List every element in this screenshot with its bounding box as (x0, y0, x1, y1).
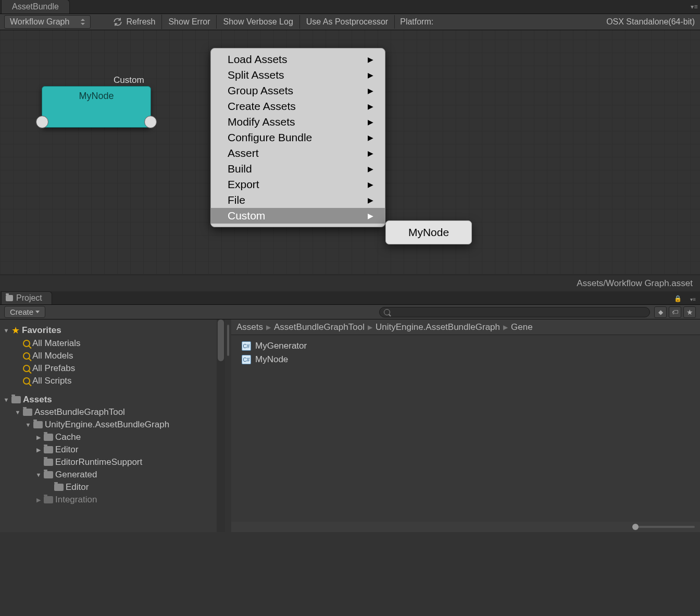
bc-abgt[interactable]: AssetBundleGraphTool (274, 322, 365, 332)
tree-generated-editor[interactable]: Editor (3, 481, 225, 494)
menu-create-assets[interactable]: Create Assets▶ (211, 98, 385, 114)
tree-editor[interactable]: ▶Editor (3, 443, 225, 456)
menu-assert[interactable]: Assert▶ (211, 145, 385, 161)
submenu-arrow-icon: ▶ (368, 196, 373, 204)
slider-thumb[interactable] (632, 524, 639, 530)
tree-favorites[interactable]: ▼★Favorites (3, 324, 225, 337)
folder-icon (23, 409, 32, 416)
lock-icon[interactable]: 🔒 (670, 293, 686, 304)
file-mynode[interactable]: C#MyNode (242, 353, 690, 366)
tree-editorruntime[interactable]: EditorRuntimeSupport (3, 456, 225, 469)
menu-load-assets[interactable]: Load Assets▶ (211, 52, 385, 67)
submenu-arrow-icon: ▶ (368, 165, 373, 173)
submenu-arrow-icon: ▶ (368, 102, 373, 110)
project-body: ▼★Favorites All Materials All Models All… (0, 319, 700, 532)
filter-by-type-button[interactable]: ◆ (654, 306, 667, 318)
star-icon: ★ (686, 308, 693, 316)
file-mygenerator[interactable]: C#MyGenerator (242, 339, 690, 353)
bc-ue-abg[interactable]: UnityEngine.AssetBundleGraph (376, 322, 500, 332)
submenu-arrow-icon: ▶ (368, 149, 373, 157)
scrollbar-thumb[interactable] (218, 319, 224, 361)
create-button[interactable]: Create (4, 306, 45, 318)
panel-options-icon[interactable]: ▾≡ (686, 294, 700, 304)
submenu-arrow-icon: ▶ (368, 55, 373, 64)
tab-project[interactable]: Project (1, 291, 52, 304)
show-error-button[interactable]: Show Error (162, 15, 217, 29)
tree-fav-scripts[interactable]: All Scripts (3, 375, 225, 387)
menu-file[interactable]: File▶ (211, 192, 385, 208)
refresh-button[interactable]: Refresh (106, 15, 162, 29)
tree-scrollbar[interactable] (217, 319, 225, 532)
bc-gen[interactable]: Gene (511, 322, 533, 332)
submenu-arrow-icon: ▶ (368, 212, 373, 220)
tree-integration[interactable]: ▶Integration (3, 494, 225, 506)
folder-icon (44, 496, 53, 503)
context-submenu: MyNode (385, 220, 472, 244)
project-tree: ▼★Favorites All Materials All Models All… (0, 319, 225, 532)
graph-toolbar: Workflow Graph Refresh Show Error Show V… (0, 14, 700, 30)
panel-divider[interactable] (225, 319, 231, 532)
icon-size-slider[interactable] (632, 526, 695, 528)
tree-generated[interactable]: ▼Generated (3, 469, 225, 481)
breadcrumb: Assets▶ AssetBundleGraphTool▶ UnityEngin… (231, 319, 700, 335)
favorite-button[interactable]: ★ (683, 306, 696, 318)
show-verbose-button[interactable]: Show Verbose Log (217, 15, 299, 29)
folder-icon (11, 396, 21, 403)
use-postprocessor-button[interactable]: Use As Postprocessor (300, 15, 395, 29)
search-icon (23, 365, 30, 372)
bc-assets[interactable]: Assets (236, 322, 263, 332)
submenu-mynode[interactable]: MyNode (386, 225, 471, 240)
star-icon: ★ (11, 325, 20, 336)
search-icon (23, 340, 30, 347)
tree-assetbundlegraphtool[interactable]: ▼AssetBundleGraphTool (3, 406, 225, 418)
panel-options-icon[interactable]: ▾≡ (689, 3, 700, 14)
menu-modify-assets[interactable]: Modify Assets▶ (211, 114, 385, 130)
folder-icon (44, 471, 53, 478)
search-input[interactable] (379, 307, 650, 317)
file-list: C#MyGenerator C#MyNode (231, 335, 700, 522)
graph-tab-bar: AssetBundle ▾≡ (0, 0, 700, 14)
search-icon (23, 352, 30, 360)
tree-fav-materials[interactable]: All Materials (3, 337, 225, 350)
tree-assets[interactable]: ▼Assets (3, 393, 225, 406)
node-input-port[interactable] (36, 116, 48, 128)
chevron-right-icon: ▶ (503, 324, 508, 331)
tab-assetbundle[interactable]: AssetBundle (1, 0, 70, 14)
menu-configure-bundle[interactable]: Configure Bundle▶ (211, 130, 385, 145)
submenu-arrow-icon: ▶ (368, 133, 373, 142)
workflow-dropdown[interactable]: Workflow Graph (4, 15, 91, 29)
content-footer (231, 522, 700, 532)
folder-icon (6, 295, 13, 301)
menu-export[interactable]: Export▶ (211, 177, 385, 192)
tree-fav-prefabs[interactable]: All Prefabs (3, 362, 225, 375)
platform-label: Platform: (395, 15, 439, 29)
filter-by-label-button[interactable]: 🏷 (669, 306, 681, 318)
csharp-icon: C# (242, 355, 251, 364)
tree-unityengine-abg[interactable]: ▼UnityEngine.AssetBundleGraph (3, 418, 225, 431)
folder-icon (44, 459, 53, 466)
refresh-icon (113, 17, 123, 27)
folder-icon (44, 434, 53, 441)
tag-icon: 🏷 (672, 309, 678, 316)
graph-canvas[interactable]: MyNode Custom Load Assets▶ Split Assets▶… (0, 30, 700, 275)
platform-dropdown[interactable]: OSX Standalone(64-bit) (601, 15, 700, 29)
chevron-right-icon: ▶ (266, 324, 271, 331)
hierarchy-icon: ◆ (658, 309, 663, 316)
project-toolbar: Create ◆ 🏷 ★ (0, 305, 700, 319)
tree-fav-models[interactable]: All Models (3, 350, 225, 362)
menu-split-assets[interactable]: Split Assets▶ (211, 67, 385, 83)
node-title: MyNode (42, 87, 151, 102)
refresh-label: Refresh (126, 17, 155, 27)
graph-node-mynode[interactable]: MyNode (42, 86, 151, 128)
submenu-arrow-icon: ▶ (368, 87, 373, 95)
search-icon (384, 309, 390, 315)
menu-group-assets[interactable]: Group Assets▶ (211, 83, 385, 98)
node-output-port[interactable] (144, 116, 157, 128)
menu-custom[interactable]: Custom▶ (211, 208, 385, 224)
tree-cache[interactable]: ▶Cache (3, 431, 225, 443)
chevron-right-icon: ▶ (368, 324, 372, 331)
menu-build[interactable]: Build▶ (211, 161, 385, 177)
folder-icon (54, 484, 64, 491)
dropdown-arrow-icon (35, 311, 40, 313)
folder-icon (44, 446, 53, 453)
